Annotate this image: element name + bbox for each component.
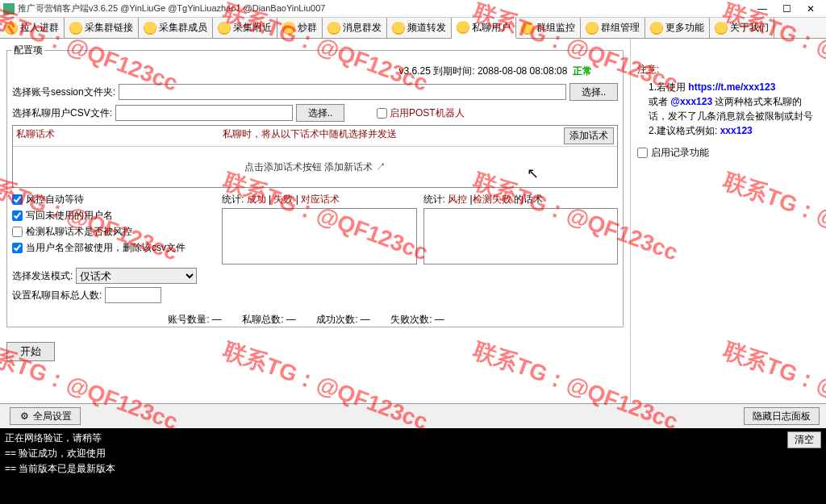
tab-icon xyxy=(144,22,156,35)
tab-icon xyxy=(282,22,295,35)
tab-icon xyxy=(521,22,534,35)
stats2-box[interactable] xyxy=(423,208,619,264)
write-back-label: 写回未使用的用户名 xyxy=(26,209,113,223)
csv-browse-button[interactable]: 选择.. xyxy=(296,104,344,122)
start-button[interactable]: 开始 xyxy=(6,342,55,361)
target-count-label: 设置私聊目标总人数: xyxy=(12,289,102,302)
auto-wait-checkbox[interactable] xyxy=(12,194,23,205)
tab-label: 拉人进群 xyxy=(20,21,59,35)
session-row: 选择账号session文件夹: 选择.. xyxy=(12,83,618,101)
window-title: 推广哥营销客户端v3.6.25 @YinLiuGe @TgYinLiuazhao… xyxy=(18,2,750,15)
notice-title: 注意: xyxy=(637,63,820,77)
log-enable-checkbox[interactable] xyxy=(637,148,648,158)
window-controls: — ☐ ✕ xyxy=(750,1,823,17)
post-bot-checkbox[interactable] xyxy=(377,108,387,119)
detect-checkbox[interactable] xyxy=(12,227,23,237)
target-count-input[interactable] xyxy=(105,287,161,303)
tab-3[interactable]: 采集附近 xyxy=(213,18,277,38)
tab-0[interactable]: 拉人进群 xyxy=(0,18,65,38)
send-mode-select[interactable]: 仅话术 xyxy=(76,268,197,284)
tab-icon xyxy=(5,22,18,35)
log-line-3: == 当前版本已是最新版本 xyxy=(5,462,821,476)
example-url: https://t.me/xxx123 xyxy=(688,81,775,93)
title-bar: 推广哥营销客户端v3.6.25 @YinLiuGe @TgYinLiuazhao… xyxy=(0,0,826,18)
example-format: xxx123 xyxy=(720,125,753,136)
total-count: 私聊总数: — xyxy=(242,314,296,325)
status-value: 正常 xyxy=(573,65,592,78)
hide-log-button[interactable]: 隐藏日志面板 xyxy=(744,407,820,425)
tab-4[interactable]: 炒群 xyxy=(277,18,323,38)
expire-value: 2088-08-08 08:08:08 xyxy=(478,65,567,77)
talk-header: 私聊话术 私聊时，将从以下话术中随机选择并发送 添加话术 xyxy=(13,126,617,147)
stats2-column: 统计: 风控 |检测失败 的话术 xyxy=(423,193,619,264)
clear-log-button[interactable]: 清空 xyxy=(787,431,821,448)
checks-column: 风控自动等待 写回未使用的用户名 检测私聊话术是否被风控 当用户名全部被使用，删… xyxy=(12,193,222,264)
csv-input[interactable] xyxy=(115,105,293,121)
tab-8[interactable]: 群组监控 xyxy=(516,18,581,38)
left-pane: 配置项 v3.6.25 到期时间: 2088-08-08 08:08:08 正常… xyxy=(0,39,631,403)
tab-label: 采集群成员 xyxy=(159,21,207,35)
tab-11[interactable]: 关于我们 xyxy=(710,18,774,38)
stats1-column: 统计: 成功 | 失败 | 对应话术 xyxy=(222,193,417,264)
tab-1[interactable]: 采集群链接 xyxy=(65,18,139,38)
tab-label: 消息群发 xyxy=(343,21,382,35)
tab-icon xyxy=(327,22,340,35)
tab-5[interactable]: 消息群发 xyxy=(323,18,387,38)
talk-box: 私聊话术 私聊时，将从以下话术中随机选择并发送 添加话术 点击添加话术按钮 添加… xyxy=(12,125,618,188)
talk-title: 私聊话术 xyxy=(16,127,55,144)
csv-label: 选择私聊用户CSV文件: xyxy=(12,106,112,120)
post-bot-label: 启用POST机器人 xyxy=(390,106,465,120)
tab-label: 炒群 xyxy=(298,21,317,35)
accounts-count: 账号数量: — xyxy=(168,314,222,325)
log-line-2: == 验证成功，欢迎使用 xyxy=(5,447,821,460)
talk-body[interactable]: 点击添加话术按钮 添加新话术 ↗ xyxy=(13,147,617,187)
global-settings-button[interactable]: ⚙全局设置 xyxy=(10,407,81,425)
tab-label: 频道转发 xyxy=(407,21,446,35)
send-mode-label: 选择发送模式: xyxy=(12,269,73,283)
stats1-box[interactable] xyxy=(222,208,417,264)
tab-label: 私聊用户 xyxy=(472,21,511,35)
tab-icon xyxy=(715,22,728,35)
bottom-bar: ⚙全局设置 隐藏日志面板 xyxy=(0,403,826,428)
talk-subtitle: 私聊时，将从以下话术中随机选择并发送 xyxy=(55,127,564,144)
tab-label: 群组监控 xyxy=(536,21,575,35)
maximize-button[interactable]: ☐ xyxy=(774,1,799,17)
write-back-checkbox[interactable] xyxy=(12,210,23,221)
tab-10[interactable]: 更多功能 xyxy=(645,18,710,38)
stats1-label: 统计: 成功 | 失败 | 对应话术 xyxy=(222,193,417,206)
gear-icon: ⚙ xyxy=(19,410,30,422)
tab-icon xyxy=(650,22,663,35)
status-row: v3.6.25 到期时间: 2088-08-08 08:08:08 正常 x xyxy=(12,60,618,80)
tab-label: 采集附近 xyxy=(233,21,272,35)
tab-icon xyxy=(69,22,82,35)
log-line-1: 正在网络验证，请稍等 xyxy=(5,431,821,445)
session-browse-button[interactable]: 选择.. xyxy=(569,83,618,101)
tab-bar: 拉人进群采集群链接采集群成员采集附近炒群消息群发频道转发私聊用户群组监控群组管理… xyxy=(0,18,826,39)
tab-6[interactable]: 频道转发 xyxy=(387,18,452,38)
mid-row: 风控自动等待 写回未使用的用户名 检测私聊话术是否被风控 当用户名全部被使用，删… xyxy=(12,193,618,264)
session-label: 选择账号session文件夹: xyxy=(12,85,115,99)
expire-label: 到期时间: xyxy=(433,65,474,78)
delete-csv-checkbox[interactable] xyxy=(12,243,23,253)
main-area: 配置项 v3.6.25 到期时间: 2088-08-08 08:08:08 正常… xyxy=(0,39,826,403)
tab-icon xyxy=(457,21,469,34)
tab-icon xyxy=(392,22,405,35)
tab-2[interactable]: 采集群成员 xyxy=(139,18,213,38)
minimize-button[interactable]: — xyxy=(750,1,774,17)
tab-9[interactable]: 群组管理 xyxy=(581,18,645,38)
tab-label: 关于我们 xyxy=(730,21,769,35)
counts-row: 账号数量: — 私聊总数: — 成功次数: — 失败次数: — xyxy=(12,313,618,327)
tab-7[interactable]: 私聊用户 xyxy=(452,18,516,39)
log-panel: 清空 正在网络验证，请稍等 == 验证成功，欢迎使用 == 当前版本已是最新版本 xyxy=(0,428,826,504)
close-button[interactable]: ✕ xyxy=(799,1,823,17)
auto-wait-label: 风控自动等待 xyxy=(26,193,84,206)
session-input[interactable] xyxy=(119,84,566,100)
send-mode-row: 选择发送模式: 仅话术 xyxy=(12,268,618,284)
tab-icon xyxy=(586,22,599,35)
add-talk-button[interactable]: 添加话术 xyxy=(564,127,614,144)
tab-label: 采集群链接 xyxy=(85,21,133,35)
right-pane: 注意: 1.若使用 https://t.me/xxx123 或者 @xxx123… xyxy=(631,39,826,403)
log-enable-label: 启用记录功能 xyxy=(651,146,709,160)
version-label: v3.6.25 xyxy=(398,65,430,77)
config-group: 配置项 v3.6.25 到期时间: 2088-08-08 08:08:08 正常… xyxy=(6,44,624,327)
